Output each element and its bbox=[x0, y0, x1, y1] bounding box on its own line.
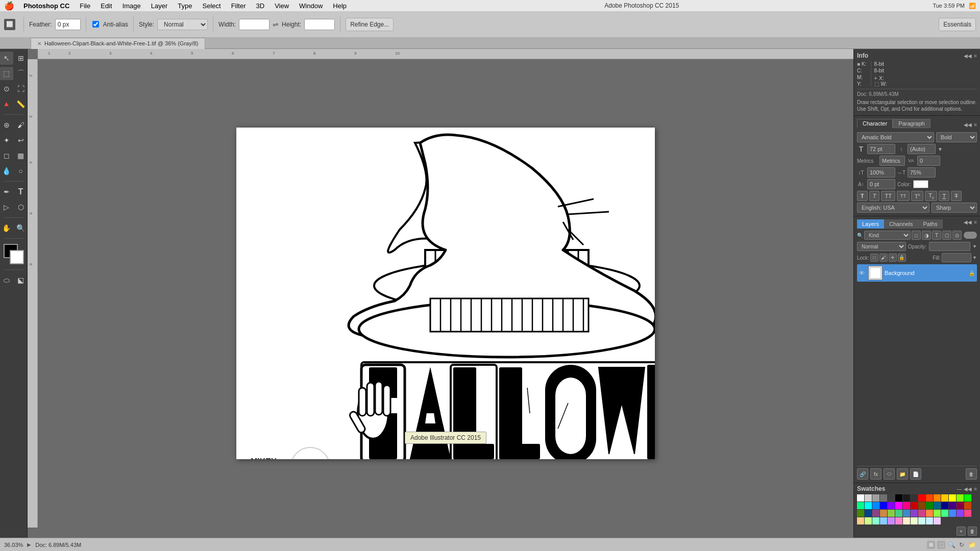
status-link-icon[interactable]: ⊞ bbox=[927, 541, 935, 549]
swatch-3[interactable] bbox=[880, 494, 887, 502]
swatch-38[interactable] bbox=[918, 510, 925, 517]
lock-position-btn[interactable]: ✛ bbox=[889, 254, 897, 262]
eyedropper-tool[interactable]: 🔺 bbox=[0, 97, 13, 111]
swatch-32[interactable] bbox=[872, 510, 879, 517]
filter-adjust-icon[interactable]: ◑ bbox=[922, 231, 931, 240]
filter-shape-icon[interactable]: ⬡ bbox=[942, 231, 951, 240]
filter-type-icon[interactable]: T bbox=[932, 231, 941, 240]
swatch-13[interactable] bbox=[957, 494, 964, 502]
swatch-4[interactable] bbox=[888, 494, 895, 502]
swatch-49[interactable] bbox=[888, 517, 895, 524]
menu-select[interactable]: Select bbox=[198, 1, 225, 11]
lasso-tool[interactable]: ⌒ bbox=[14, 67, 28, 80]
menu-3d[interactable]: 3D bbox=[252, 1, 269, 11]
blur-tool[interactable]: 💧 bbox=[0, 164, 13, 178]
background-color[interactable] bbox=[10, 250, 24, 264]
style-smallcaps-btn[interactable]: TT bbox=[897, 191, 910, 201]
swatch-24[interactable] bbox=[926, 502, 933, 509]
swatch-21[interactable] bbox=[903, 502, 910, 509]
swatch-22[interactable] bbox=[911, 502, 918, 509]
swatch-6[interactable] bbox=[903, 494, 910, 502]
swap-icon[interactable]: ⇌ bbox=[273, 20, 279, 29]
height-input[interactable] bbox=[304, 19, 335, 30]
swatches-minimize-icon[interactable]: — bbox=[957, 486, 962, 492]
dodge-tool[interactable]: ○ bbox=[14, 164, 28, 178]
swatch-7[interactable] bbox=[911, 494, 918, 502]
swatch-12[interactable] bbox=[949, 494, 956, 502]
swatch-29[interactable] bbox=[964, 502, 971, 509]
swatch-34[interactable] bbox=[888, 510, 895, 517]
status-arrow-icon[interactable]: ▶ bbox=[27, 542, 31, 547]
swatch-31[interactable] bbox=[865, 510, 872, 517]
path-select-tool[interactable]: ▷ bbox=[0, 201, 13, 214]
swatch-44[interactable] bbox=[964, 510, 971, 517]
swatch-40[interactable] bbox=[934, 510, 941, 517]
swatch-18[interactable] bbox=[880, 502, 887, 509]
swatch-37[interactable] bbox=[911, 510, 918, 517]
artboard-tool[interactable]: ⊞ bbox=[14, 52, 28, 65]
text-tool[interactable]: T bbox=[14, 185, 28, 198]
shape-tool[interactable]: ⬡ bbox=[14, 201, 28, 214]
essentials-button[interactable]: Essentials bbox=[939, 18, 976, 31]
swatch-30[interactable] bbox=[857, 510, 864, 517]
eraser-tool[interactable]: ◻ bbox=[0, 149, 13, 162]
swatches-options-icon[interactable]: ≡ bbox=[974, 486, 977, 492]
lock-all-btn[interactable]: 🔒 bbox=[898, 254, 906, 262]
scale-v-input[interactable] bbox=[867, 167, 895, 178]
apple-menu[interactable]: 🍎 bbox=[4, 1, 14, 11]
swatch-1[interactable] bbox=[865, 494, 872, 502]
spot-healing-tool[interactable]: ⊛ bbox=[0, 118, 13, 132]
fill-dropdown-icon[interactable]: ▼ bbox=[972, 255, 977, 260]
menu-window[interactable]: Window bbox=[295, 1, 327, 11]
swatch-19[interactable] bbox=[888, 502, 895, 509]
style-sup-btn[interactable]: Ts bbox=[911, 191, 923, 201]
add-style-btn[interactable]: fx bbox=[870, 468, 881, 480]
swatch-35[interactable] bbox=[895, 510, 902, 517]
brush-tool[interactable]: 🖌 bbox=[14, 118, 28, 132]
leading-dropdown-icon[interactable]: ▼ bbox=[938, 146, 943, 152]
swatch-23[interactable] bbox=[918, 502, 925, 509]
tracking-input[interactable] bbox=[917, 156, 940, 166]
tab-close-icon[interactable]: ✕ bbox=[37, 41, 41, 46]
hand-tool[interactable]: ✋ bbox=[0, 221, 13, 235]
style-allcaps-btn[interactable]: TT bbox=[881, 191, 895, 201]
swatch-45[interactable] bbox=[857, 517, 864, 524]
swatches-expand-icon[interactable]: ◀◀ bbox=[964, 486, 972, 492]
font-family-select[interactable]: Amatic Bold bbox=[857, 132, 934, 142]
status-rotate-icon[interactable]: ↻ bbox=[958, 541, 966, 549]
style-underline-btn[interactable]: T bbox=[939, 191, 949, 201]
swatch-47[interactable] bbox=[872, 517, 879, 524]
swatch-48[interactable] bbox=[880, 517, 887, 524]
feather-input[interactable] bbox=[55, 19, 81, 30]
menu-type[interactable]: Type bbox=[174, 1, 196, 11]
menu-image[interactable]: Image bbox=[118, 1, 145, 11]
scale-h-input[interactable] bbox=[908, 167, 936, 178]
lock-transparency-btn[interactable]: □ bbox=[870, 254, 878, 262]
kind-filter-select[interactable]: Kind bbox=[864, 231, 911, 240]
ruler-tool[interactable]: 📏 bbox=[14, 97, 28, 111]
style-bold-btn[interactable]: T bbox=[857, 191, 868, 201]
filter-toggle[interactable] bbox=[964, 232, 977, 239]
paragraph-tab[interactable]: Paragraph bbox=[893, 119, 930, 128]
main-canvas[interactable]: MIKEY DESIGNS & SILK SCREEN Adobe Illust… bbox=[236, 128, 655, 459]
layers-tab[interactable]: Layers bbox=[857, 219, 884, 229]
swatch-54[interactable] bbox=[926, 517, 933, 524]
create-group-btn[interactable]: 📁 bbox=[897, 468, 908, 480]
menu-help[interactable]: Help bbox=[329, 1, 351, 11]
quick-select-tool[interactable]: ⊙ bbox=[0, 82, 13, 95]
lock-paint-btn[interactable]: 🖌 bbox=[879, 254, 888, 262]
fill-input[interactable] bbox=[942, 253, 971, 262]
pen-tool[interactable]: ✒ bbox=[0, 185, 13, 198]
delete-layer-btn[interactable]: 🗑 bbox=[966, 468, 977, 480]
gradient-tool[interactable]: ▦ bbox=[14, 149, 28, 162]
style-italic-btn[interactable]: T bbox=[869, 191, 880, 201]
info-options-icon[interactable]: ≡ bbox=[974, 53, 977, 59]
style-sub-btn[interactable]: Ts bbox=[925, 191, 937, 201]
filter-smart-icon[interactable]: ⊙ bbox=[952, 231, 962, 240]
swatch-17[interactable] bbox=[872, 502, 879, 509]
info-expand-icon[interactable]: ◀◀ bbox=[964, 53, 972, 59]
add-mask-btn[interactable]: ⬭ bbox=[884, 468, 895, 480]
swatch-27[interactable] bbox=[949, 502, 956, 509]
status-zoom-out-icon[interactable]: 🔍 bbox=[947, 541, 955, 549]
swatch-42[interactable] bbox=[949, 510, 956, 517]
